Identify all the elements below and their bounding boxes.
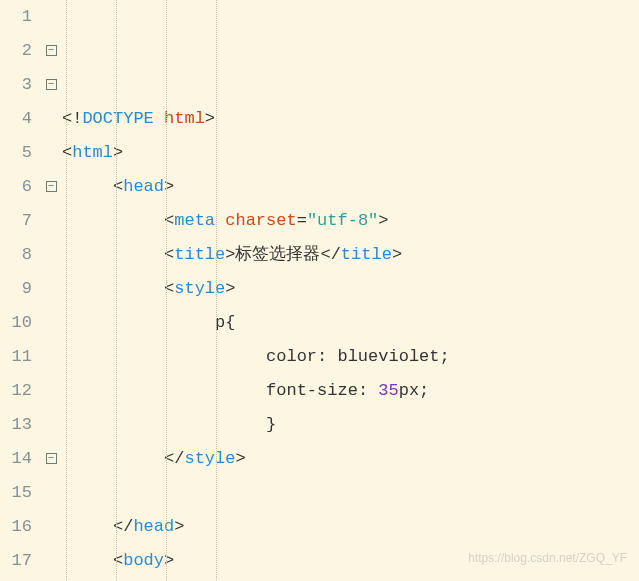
fold-marker xyxy=(40,306,62,340)
line-number: 17 xyxy=(0,544,32,578)
fold-marker xyxy=(40,272,62,306)
line-number: 11 xyxy=(0,340,32,374)
fold-marker xyxy=(40,374,62,408)
line-number: 1 xyxy=(0,0,32,34)
code-line[interactable]: <!DOCTYPE html> xyxy=(62,102,639,136)
line-number: 12 xyxy=(0,374,32,408)
fold-marker xyxy=(40,238,62,272)
line-number: 3 xyxy=(0,68,32,102)
fold-marker xyxy=(40,544,62,578)
line-number: 5 xyxy=(0,136,32,170)
code-line[interactable]: color: blueviolet; xyxy=(62,340,639,374)
code-line[interactable]: <style> xyxy=(62,272,639,306)
code-area[interactable]: <!DOCTYPE html><html> <head> <meta chars… xyxy=(62,0,639,581)
code-line[interactable] xyxy=(62,476,639,510)
fold-marker xyxy=(40,476,62,510)
line-number: 9 xyxy=(0,272,32,306)
line-number: 4 xyxy=(0,102,32,136)
fold-marker xyxy=(40,102,62,136)
line-number: 8 xyxy=(0,238,32,272)
code-editor: 1234567891011121314151617 −−−− <!DOCTYPE… xyxy=(0,0,639,581)
line-number-gutter: 1234567891011121314151617 xyxy=(0,0,40,581)
code-line[interactable]: <meta charset="utf-8"> xyxy=(62,204,639,238)
fold-marker xyxy=(40,204,62,238)
code-line[interactable]: <head> xyxy=(62,170,639,204)
line-number: 15 xyxy=(0,476,32,510)
line-number: 2 xyxy=(0,34,32,68)
watermark: https://blog.csdn.net/ZGQ_YF xyxy=(468,541,627,575)
fold-marker xyxy=(40,408,62,442)
fold-marker xyxy=(40,340,62,374)
line-number: 7 xyxy=(0,204,32,238)
fold-marker xyxy=(40,510,62,544)
line-number: 13 xyxy=(0,408,32,442)
code-line[interactable]: </head> xyxy=(62,510,639,544)
fold-marker[interactable]: − xyxy=(40,170,62,204)
fold-gutter: −−−− xyxy=(40,0,62,581)
fold-marker[interactable]: − xyxy=(40,442,62,476)
code-line[interactable]: p{ xyxy=(62,306,639,340)
fold-marker[interactable]: − xyxy=(40,68,62,102)
line-number: 16 xyxy=(0,510,32,544)
line-number: 10 xyxy=(0,306,32,340)
code-line[interactable]: } xyxy=(62,408,639,442)
line-number: 6 xyxy=(0,170,32,204)
fold-marker xyxy=(40,136,62,170)
code-line[interactable]: <title>标签选择器</title> xyxy=(62,238,639,272)
line-number: 14 xyxy=(0,442,32,476)
code-line[interactable]: font-size: 35px; xyxy=(62,374,639,408)
fold-marker xyxy=(40,0,62,34)
fold-marker[interactable]: − xyxy=(40,34,62,68)
code-line[interactable]: </style> xyxy=(62,442,639,476)
code-line[interactable]: <html> xyxy=(62,136,639,170)
